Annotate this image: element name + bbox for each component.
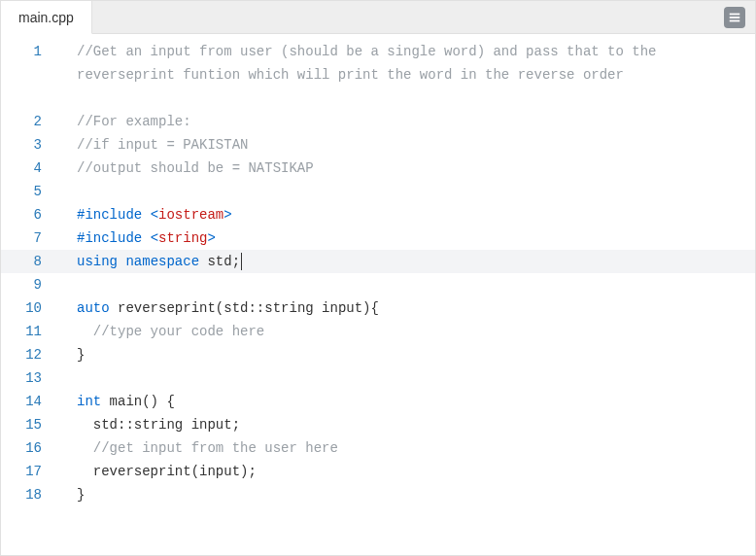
svg-rect-1 <box>730 17 740 18</box>
editor-container: main.cpp 123456789101112131415161718 //G… <box>0 0 756 556</box>
line-number: 12 <box>1 343 59 366</box>
line-number: 11 <box>1 320 59 343</box>
code-line[interactable] <box>59 180 755 203</box>
line-number: 14 <box>1 390 59 413</box>
code-line[interactable]: int main() { <box>59 390 755 413</box>
code-content[interactable]: //Get an input from user (should be a si… <box>59 34 755 555</box>
hamburger-icon <box>728 11 741 24</box>
code-line[interactable]: auto reverseprint(std::string input){ <box>59 296 755 320</box>
line-number: 8 <box>1 250 59 273</box>
line-number: 4 <box>1 156 59 180</box>
svg-rect-0 <box>730 13 740 15</box>
line-number: 3 <box>1 133 59 156</box>
tab-label: main.cpp <box>18 10 74 25</box>
text-cursor <box>241 253 242 270</box>
code-line[interactable]: //Get an input from user (should be a si… <box>59 40 755 110</box>
line-number: 5 <box>1 180 59 203</box>
code-line[interactable]: #include <iostream> <box>59 203 755 226</box>
line-number: 15 <box>1 413 59 436</box>
code-line[interactable]: std::string input; <box>59 413 755 436</box>
menu-icon[interactable] <box>724 7 745 28</box>
code-line[interactable] <box>59 273 755 296</box>
code-area[interactable]: 123456789101112131415161718 //Get an inp… <box>1 34 755 555</box>
code-line[interactable]: using namespace std; <box>59 250 755 273</box>
code-line[interactable]: #include <string> <box>59 226 755 250</box>
line-number: 16 <box>1 436 59 460</box>
code-line[interactable]: //if input = PAKISTAN <box>59 133 755 156</box>
tab-bar: main.cpp <box>1 1 755 34</box>
code-line[interactable]: //output should be = NATSIKAP <box>59 156 755 180</box>
code-line[interactable]: //For example: <box>59 110 755 133</box>
code-line[interactable] <box>59 366 755 390</box>
line-number: 2 <box>1 110 59 133</box>
file-tab-main-cpp[interactable]: main.cpp <box>1 1 92 34</box>
svg-rect-2 <box>730 19 740 21</box>
code-line[interactable]: } <box>59 343 755 366</box>
line-number: 13 <box>1 366 59 390</box>
line-number: 9 <box>1 273 59 296</box>
line-number: 18 <box>1 483 59 506</box>
code-line[interactable]: //get input from the user here <box>59 436 755 460</box>
line-number: 10 <box>1 296 59 320</box>
line-number: 17 <box>1 460 59 483</box>
code-line[interactable]: reverseprint(input); <box>59 460 755 483</box>
line-gutter: 123456789101112131415161718 <box>1 34 59 555</box>
code-line[interactable]: //type your code here <box>59 320 755 343</box>
line-number: 1 <box>1 40 59 110</box>
code-line[interactable]: } <box>59 483 755 506</box>
line-number: 6 <box>1 203 59 226</box>
line-number: 7 <box>1 226 59 250</box>
